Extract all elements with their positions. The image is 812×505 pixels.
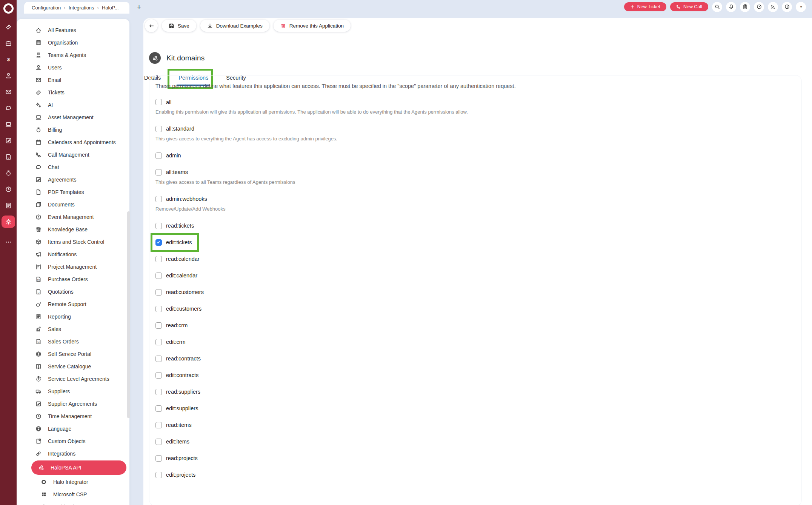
permission-checkbox[interactable]: [155, 126, 162, 132]
sidebar-item-service-catalogue[interactable]: .t{fill:currentColor;stroke:none;font-fa…: [17, 360, 129, 373]
topbar-icon-button-clock[interactable]: .t{fill:currentColor;stroke:none;font-fa…: [782, 2, 792, 12]
sidebar-item-event-management[interactable]: .t{fill:currentColor;stroke:none;font-fa…: [17, 211, 129, 223]
sidebar-item-halo-integrator[interactable]: .t{fill:currentColor;stroke:none;font-fa…: [17, 476, 129, 488]
permission-checkbox[interactable]: [155, 389, 162, 395]
rail-item-report[interactable]: .t{fill:currentColor;stroke:none;font-fa…: [2, 199, 15, 212]
sidebar-item-time-management[interactable]: .t{fill:currentColor;stroke:none;font-fa…: [17, 410, 129, 422]
sidebar-item-service-level-agreements[interactable]: .t{fill:currentColor;stroke:none;font-fa…: [17, 373, 129, 385]
permission-checkbox[interactable]: [155, 306, 162, 312]
permission-checkbox[interactable]: [155, 455, 162, 462]
laptop-icon: .t{fill:currentColor;stroke:none;font-fa…: [35, 114, 42, 120]
permission-row: read:crm: [155, 322, 188, 329]
sidebar-item-calendars-and-appointments[interactable]: .t{fill:currentColor;stroke:none;font-fa…: [17, 136, 129, 148]
permission-checkbox[interactable]: [155, 422, 162, 428]
permission-checkbox[interactable]: [155, 196, 162, 202]
download-examples-button[interactable]: .t{fill:currentColor;stroke:none;font-fa…: [200, 20, 269, 32]
permission-checkbox[interactable]: [155, 405, 162, 412]
permission-checkbox[interactable]: [155, 439, 162, 445]
sidebar-item-notifications[interactable]: .t{fill:currentColor;stroke:none;font-fa…: [17, 248, 129, 260]
sidebar-item-asset-management[interactable]: .t{fill:currentColor;stroke:none;font-fa…: [17, 111, 129, 123]
rail-item-chat[interactable]: .t{fill:currentColor;stroke:none;font-fa…: [2, 102, 15, 114]
rail-item-user[interactable]: .t{fill:currentColor;stroke:none;font-fa…: [2, 69, 15, 82]
sidebar-item-custom-objects[interactable]: .t{fill:currentColor;stroke:none;font-fa…: [17, 435, 129, 447]
save-button[interactable]: .t{fill:currentColor;stroke:none;font-fa…: [162, 20, 196, 32]
permission-checkbox[interactable]: [155, 152, 162, 159]
sidebar-item-label: Event Management: [48, 214, 94, 220]
breadcrumb-configuration[interactable]: Configuration: [32, 5, 61, 11]
permission-checkbox[interactable]: [155, 322, 162, 329]
laptop-icon: .t{fill:currentColor;stroke:none;font-fa…: [5, 121, 12, 128]
rail-item-edit-note[interactable]: .t{fill:currentColor;stroke:none;font-fa…: [2, 134, 15, 147]
rail-item-clock[interactable]: .t{fill:currentColor;stroke:none;font-fa…: [2, 183, 15, 196]
sidebar-item-remote-support[interactable]: .t{fill:currentColor;stroke:none;font-fa…: [17, 298, 129, 310]
permission-checkbox[interactable]: [155, 339, 162, 345]
permission-checkbox[interactable]: [155, 472, 162, 478]
sidebar-item-documents[interactable]: .t{fill:currentColor;stroke:none;font-fa…: [17, 198, 129, 211]
topbar-icon-button-help[interactable]: .t{fill:currentColor;stroke:none;font-fa…: [796, 2, 806, 12]
sidebar-item-items-and-stock-control[interactable]: .t{fill:currentColor;stroke:none;font-fa…: [17, 236, 129, 248]
sidebar-item-agreements[interactable]: .t{fill:currentColor;stroke:none;font-fa…: [17, 173, 129, 186]
sidebar-item-quotations[interactable]: .t{fill:currentColor;stroke:none;font-fa…: [17, 285, 129, 298]
sidebar-scrollbar[interactable]: [127, 211, 130, 418]
sidebar-item-supplier-agreements[interactable]: .t{fill:currentColor;stroke:none;font-fa…: [17, 397, 129, 410]
sidebar-item-chat[interactable]: .t{fill:currentColor;stroke:none;font-fa…: [17, 161, 129, 173]
sidebar-item-language[interactable]: .t{fill:currentColor;stroke:none;font-fa…: [17, 422, 129, 435]
sidebar-item-integrations[interactable]: .t{fill:currentColor;stroke:none;font-fa…: [17, 447, 129, 460]
rail-item-laptop[interactable]: .t{fill:currentColor;stroke:none;font-fa…: [2, 118, 15, 131]
sidebar-item-call-management[interactable]: .t{fill:currentColor;stroke:none;font-fa…: [17, 148, 129, 161]
permission-checkbox[interactable]: [155, 372, 162, 379]
topbar-icon-button-bell[interactable]: .t{fill:currentColor;stroke:none;font-fa…: [726, 2, 736, 12]
sidebar-item-tickets[interactable]: .t{fill:currentColor;stroke:none;font-fa…: [17, 86, 129, 99]
rail-item-doc-q[interactable]: .t{fill:currentColor;stroke:none;font-fa…: [2, 151, 15, 163]
rail-item-money-bag[interactable]: .t{fill:currentColor;stroke:none;font-fa…: [2, 167, 15, 179]
rail-item-dots[interactable]: .t{fill:currentColor;stroke:none;font-fa…: [2, 236, 15, 248]
permission-checkbox[interactable]: [155, 356, 162, 362]
sidebar-item-self-service-portal[interactable]: .t{fill:currentColor;stroke:none;font-fa…: [17, 348, 129, 360]
sidebar-item-sales[interactable]: .t{fill:currentColor;stroke:none;font-fa…: [17, 323, 129, 335]
rail-item-ticket[interactable]: .t{fill:currentColor;stroke:none;font-fa…: [2, 21, 15, 33]
permission-row: edit:items: [155, 439, 189, 445]
topbar-icon-button-rss[interactable]: .t{fill:currentColor;stroke:none;font-fa…: [768, 2, 778, 12]
permission-checkbox[interactable]: [155, 99, 162, 105]
permission-checkbox[interactable]: [155, 273, 162, 279]
permission-checkbox[interactable]: [155, 256, 162, 262]
topbar-icon-button-clipboard[interactable]: .t{fill:currentColor;stroke:none;font-fa…: [740, 2, 750, 12]
new-tab-button[interactable]: +: [135, 3, 143, 11]
topbar-icon-button-gauge[interactable]: .t{fill:currentColor;stroke:none;font-fa…: [754, 2, 764, 12]
breadcrumb-halopsa[interactable]: HaloP...: [102, 5, 119, 11]
sidebar-item-webhooks[interactable]: .t{fill:currentColor;stroke:none;font-fa…: [17, 500, 129, 505]
rail-item-dollar[interactable]: .t{fill:currentColor;stroke:none;font-fa…: [2, 53, 15, 66]
rail-item-mail[interactable]: .t{fill:currentColor;stroke:none;font-fa…: [2, 86, 15, 98]
remove-application-button[interactable]: .t{fill:currentColor;stroke:none;font-fa…: [274, 20, 351, 32]
back-button[interactable]: .t{fill:currentColor;stroke:none;font-fa…: [145, 19, 158, 32]
rail-item-briefcase[interactable]: .t{fill:currentColor;stroke:none;font-fa…: [2, 37, 15, 49]
permission-checkbox[interactable]: [155, 169, 162, 176]
sidebar-item-all-features[interactable]: .t{fill:currentColor;stroke:none;font-fa…: [17, 24, 129, 36]
new-call-button[interactable]: .t{fill:currentColor;stroke:none;font-fa…: [670, 2, 708, 11]
sidebar-item-billing[interactable]: .t{fill:currentColor;stroke:none;font-fa…: [17, 123, 129, 136]
sidebar-item-ai[interactable]: .t{fill:currentColor;stroke:none;font-fa…: [17, 99, 129, 111]
sidebar-item-microsoft-csp[interactable]: .t{fill:currentColor;stroke:none;font-fa…: [17, 488, 129, 500]
permission-checkbox[interactable]: [155, 239, 162, 246]
sidebar-item-pdf-templates[interactable]: .t{fill:currentColor;stroke:none;font-fa…: [17, 186, 129, 198]
sidebar-item-users[interactable]: .t{fill:currentColor;stroke:none;font-fa…: [17, 61, 129, 74]
sidebar-item-project-management[interactable]: .t{fill:currentColor;stroke:none;font-fa…: [17, 260, 129, 273]
sidebar-item-sales-orders[interactable]: .t{fill:currentColor;stroke:none;font-fa…: [17, 335, 129, 348]
topbar-icon-button-search[interactable]: .t{fill:currentColor;stroke:none;font-fa…: [712, 2, 722, 12]
breadcrumb-tab[interactable]: Configuration › Integrations › HaloP...: [24, 2, 129, 14]
sidebar-item-teams-agents[interactable]: .t{fill:currentColor;stroke:none;font-fa…: [17, 49, 129, 61]
halopsa-logo[interactable]: [0, 0, 17, 17]
rail-item-gear[interactable]: .t{fill:currentColor;stroke:none;font-fa…: [2, 216, 15, 228]
sidebar-item-purchase-orders[interactable]: .t{fill:currentColor;stroke:none;font-fa…: [17, 273, 129, 285]
sidebar-item-email[interactable]: .t{fill:currentColor;stroke:none;font-fa…: [17, 74, 129, 86]
sidebar-item-knowledge-base[interactable]: .t{fill:currentColor;stroke:none;font-fa…: [17, 223, 129, 236]
sidebar-item-organisation[interactable]: .t{fill:currentColor;stroke:none;font-fa…: [17, 36, 129, 49]
permission-checkbox[interactable]: [155, 223, 162, 229]
permission-checkbox[interactable]: [155, 289, 162, 296]
sidebar-item-reporting[interactable]: .t{fill:currentColor;stroke:none;font-fa…: [17, 310, 129, 323]
breadcrumb-integrations[interactable]: Integrations: [69, 5, 94, 11]
new-ticket-button[interactable]: .t{fill:currentColor;stroke:none;font-fa…: [624, 2, 666, 11]
sidebar-item-suppliers[interactable]: .t{fill:currentColor;stroke:none;font-fa…: [17, 385, 129, 397]
configuration-sidebar: .t{fill:currentColor;stroke:none;font-fa…: [17, 19, 129, 505]
sidebar-item-halopsa-api[interactable]: .t{fill:currentColor;stroke:none;font-fa…: [31, 460, 126, 475]
